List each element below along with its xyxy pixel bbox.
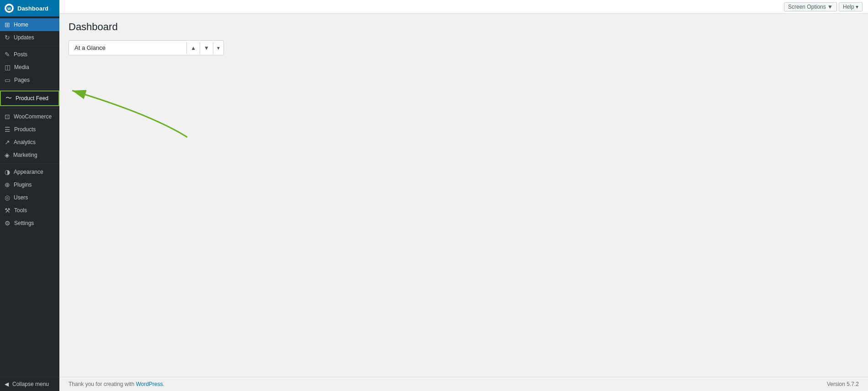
nav-divider-3	[0, 108, 59, 108]
product-feed-label: Product Feed	[16, 95, 48, 102]
updates-icon: ↻	[5, 34, 10, 41]
sidebar-item-plugins[interactable]: ⊕ Plugins	[0, 178, 59, 191]
settings-label: Settings	[14, 220, 34, 226]
updates-label: Updates	[14, 34, 34, 41]
footer-thank-you-text: Thank you for creating with	[69, 381, 136, 387]
users-icon: ◎	[5, 194, 10, 201]
page-content: Dashboard At a Glance ▲ ▼ ▾	[59, 14, 868, 377]
sidebar: W Dashboard ⊞ Home ↻ Updates ✎ Posts ◫ M…	[0, 0, 59, 391]
chevron-down-icon: ▼	[204, 45, 209, 51]
sidebar-item-users[interactable]: ◎ Users	[0, 191, 59, 204]
chevron-up-icon: ▲	[191, 45, 196, 51]
sidebar-item-posts[interactable]: ✎ Posts	[0, 48, 59, 61]
topbar: Screen Options ▼ Help ▾	[59, 0, 868, 14]
collapse-icon: ◀	[5, 381, 9, 387]
sidebar-item-marketing[interactable]: ◈ Marketing	[0, 149, 59, 161]
woocommerce-icon: ⊡	[5, 113, 10, 120]
collapse-label: Collapse menu	[12, 381, 49, 387]
widget-controls: ▲ ▼ ▾	[186, 42, 223, 54]
products-label: Products	[14, 126, 36, 133]
at-a-glance-widget: At a Glance ▲ ▼ ▾	[69, 40, 224, 55]
analytics-label: Analytics	[14, 139, 36, 145]
sidebar-nav: ⊞ Home ↻ Updates ✎ Posts ◫ Media ▭ Pages…	[0, 16, 59, 377]
nav-divider-2	[0, 88, 59, 89]
appearance-icon: ◑	[5, 168, 10, 176]
sidebar-item-appearance[interactable]: ◑ Appearance	[0, 166, 59, 178]
home-icon: ⊞	[5, 21, 10, 28]
analytics-icon: ↗	[5, 139, 10, 146]
home-label: Home	[14, 21, 28, 28]
product-feed-icon: 〜	[5, 94, 12, 102]
media-icon: ◫	[5, 64, 11, 71]
pages-label: Pages	[14, 77, 30, 83]
widget-options-button[interactable]: ▾	[213, 42, 223, 54]
footer-period: .	[163, 381, 164, 387]
wordpress-link[interactable]: WordPress	[136, 381, 163, 387]
sidebar-item-tools[interactable]: ⚒ Tools	[0, 204, 59, 217]
sidebar-item-products[interactable]: ☰ Products	[0, 123, 59, 136]
main-content: Screen Options ▼ Help ▾ Dashboard At a G…	[59, 0, 868, 391]
annotation-arrow	[59, 14, 868, 377]
sidebar-item-analytics[interactable]: ↗ Analytics	[0, 136, 59, 149]
screen-options-button[interactable]: Screen Options ▼	[784, 2, 837, 11]
posts-icon: ✎	[5, 51, 10, 58]
nav-divider-4	[0, 163, 59, 164]
sidebar-item-pages[interactable]: ▭ Pages	[0, 74, 59, 86]
collapse-menu-button[interactable]: ◀ Collapse menu	[0, 377, 59, 391]
marketing-label: Marketing	[13, 152, 37, 158]
woocommerce-label: WooCommerce	[14, 113, 52, 120]
widget-collapse-up-button[interactable]: ▲	[187, 42, 200, 54]
appearance-label: Appearance	[14, 169, 43, 175]
widget-dropdown-icon: ▾	[217, 45, 220, 51]
sidebar-item-woocommerce[interactable]: ⊡ WooCommerce	[0, 110, 59, 123]
nav-divider-1	[0, 46, 59, 46]
svg-text:W: W	[7, 6, 11, 11]
products-icon: ☰	[5, 126, 11, 133]
plugins-icon: ⊕	[5, 181, 10, 188]
sidebar-item-product-feed[interactable]: 〜 Product Feed	[0, 91, 59, 106]
sidebar-item-media[interactable]: ◫ Media	[0, 61, 59, 74]
media-label: Media	[14, 64, 29, 70]
footer-credit: Thank you for creating with WordPress.	[69, 381, 164, 387]
tools-label: Tools	[14, 207, 27, 214]
settings-icon: ⚙	[5, 220, 11, 227]
tools-icon: ⚒	[5, 207, 11, 214]
sidebar-item-updates[interactable]: ↻ Updates	[0, 31, 59, 44]
sidebar-item-home[interactable]: ⊞ Home	[0, 18, 59, 31]
sidebar-header[interactable]: W Dashboard	[0, 0, 59, 16]
wp-logo: W	[5, 4, 14, 13]
widget-collapse-down-button[interactable]: ▼	[200, 42, 213, 54]
footer: Thank you for creating with WordPress. V…	[59, 377, 868, 391]
help-arrow-icon: ▾	[856, 4, 858, 10]
page-title: Dashboard	[69, 21, 859, 33]
posts-label: Posts	[14, 51, 27, 58]
users-label: Users	[14, 194, 28, 201]
plugins-label: Plugins	[14, 182, 32, 188]
sidebar-item-settings[interactable]: ⚙ Settings	[0, 217, 59, 230]
footer-version: Version 5.7.2	[827, 381, 859, 387]
widget-title: At a Glance	[69, 41, 186, 55]
pages-icon: ▭	[5, 76, 11, 84]
dashboard-label: Dashboard	[17, 5, 48, 12]
help-button[interactable]: Help ▾	[839, 2, 863, 11]
screen-options-arrow-icon: ▼	[827, 4, 833, 10]
marketing-icon: ◈	[5, 151, 10, 159]
